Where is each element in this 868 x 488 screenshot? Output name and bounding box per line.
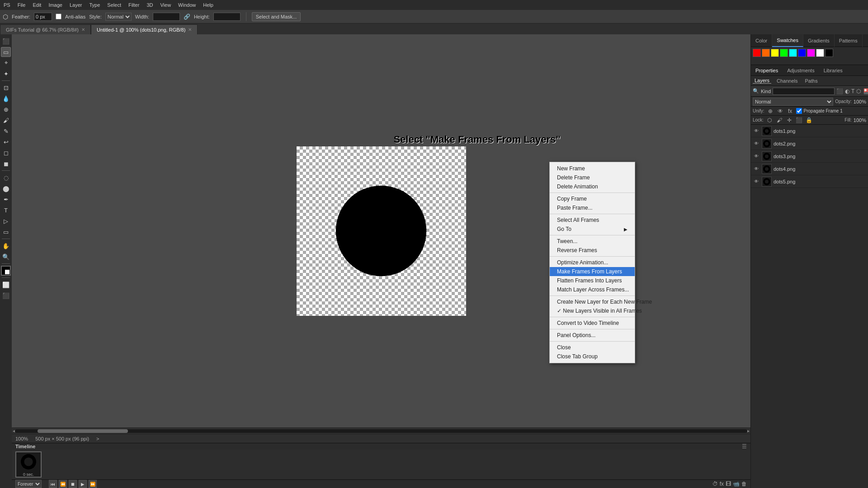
tab-untitled-close[interactable]: ✕ xyxy=(188,27,192,32)
status-separator[interactable]: > xyxy=(96,436,99,441)
tab-untitled[interactable]: Untitled-1 @ 100% (dots10.png, RGB/8) ✕ xyxy=(91,24,198,34)
menu-select[interactable]: Select xyxy=(107,2,121,8)
play-btn[interactable]: ▶ xyxy=(79,480,87,488)
menu-image[interactable]: Image xyxy=(48,2,62,8)
tool-magic-wand[interactable]: ✦ xyxy=(1,69,11,79)
tab-gifs-close[interactable]: ✕ xyxy=(81,27,85,32)
frame-1-thumb[interactable]: 0 sec. xyxy=(15,451,42,478)
layer-dots2[interactable]: 👁 dots2.png xyxy=(751,137,868,150)
opacity-value[interactable]: 100% xyxy=(854,99,866,104)
ctx-paste-frame[interactable]: Paste Frame... xyxy=(550,203,635,212)
h-scroll-track[interactable] xyxy=(15,429,747,433)
layers-filter-input[interactable] xyxy=(773,88,835,95)
tool-eraser[interactable]: ◻ xyxy=(1,148,11,158)
tool-move[interactable]: ⬛ xyxy=(1,36,11,46)
ctx-new-layers-visible[interactable]: ✓ New Layers Visible in All Frames xyxy=(550,306,635,315)
ctx-match-layer[interactable]: Match Layer Across Frames... xyxy=(550,285,635,294)
layers-tab-layers[interactable]: Layers xyxy=(753,78,771,84)
menu-ps[interactable]: PS xyxy=(4,2,10,8)
lock-image-btn[interactable]: 🖌 xyxy=(775,116,783,124)
swatch-black[interactable] xyxy=(825,49,833,57)
layers-filter-adjustment[interactable]: ◐ xyxy=(845,87,849,95)
tl-icon-5[interactable]: 🗑 xyxy=(741,481,747,487)
menu-filter[interactable]: Filter xyxy=(128,2,139,8)
layer-dots3[interactable]: 👁 dots3.png xyxy=(751,150,868,163)
ctx-convert-video[interactable]: Convert to Video Timeline xyxy=(550,319,635,328)
h-scrollbar[interactable]: ◂ ▸ xyxy=(12,427,750,434)
ctx-reverse-frames[interactable]: Reverse Frames xyxy=(550,246,635,255)
layer-vis-dots3[interactable]: 👁 xyxy=(753,153,760,160)
select-mask-button[interactable]: Select and Mask... xyxy=(252,12,301,21)
tab-color[interactable]: Color xyxy=(751,34,772,47)
height-input[interactable] xyxy=(213,13,241,21)
ctx-close-tab-group[interactable]: Close Tab Group xyxy=(550,352,635,361)
swatch-yellow[interactable] xyxy=(771,49,779,57)
tool-dodge[interactable]: ⬤ xyxy=(1,183,11,193)
swatch-white[interactable] xyxy=(816,49,824,57)
swatch-magenta[interactable] xyxy=(807,49,815,57)
tl-icon-3[interactable]: 🎞 xyxy=(726,481,731,487)
timeline-options-icon[interactable]: ☰ xyxy=(742,443,747,450)
tool-heal[interactable]: ⊕ xyxy=(1,104,11,114)
tool-path-selection[interactable]: ▷ xyxy=(1,216,11,226)
tool-clone-stamp[interactable]: ✎ xyxy=(1,126,11,136)
foreground-color[interactable] xyxy=(1,266,11,276)
ctx-delete-frame[interactable]: Delete Frame xyxy=(550,173,635,182)
layers-filter-smart[interactable]: 🎴 xyxy=(863,87,868,95)
propagate-checkbox[interactable] xyxy=(796,108,802,114)
scroll-right-btn[interactable]: ▸ xyxy=(747,428,750,433)
width-input[interactable] xyxy=(153,13,180,21)
ctx-flatten-frames[interactable]: Flatten Frames Into Layers xyxy=(550,276,635,285)
fill-value[interactable]: 100% xyxy=(854,117,866,123)
swatch-green[interactable] xyxy=(780,49,788,57)
tool-eyedropper[interactable]: 💧 xyxy=(1,94,11,103)
ctx-make-frames-from-layers[interactable]: Make Frames From Layers xyxy=(550,267,635,276)
blend-mode-select[interactable]: Normal Multiply Screen xyxy=(753,98,833,106)
tool-type[interactable]: T xyxy=(1,205,11,215)
tool-shape[interactable]: ▭ xyxy=(1,227,11,237)
unify-visibility-btn[interactable]: 👁 xyxy=(776,107,784,115)
ctx-select-all-frames[interactable]: Select All Frames xyxy=(550,216,635,225)
tool-zoom[interactable]: 🔍 xyxy=(1,252,11,262)
ctx-copy-frame[interactable]: Copy Frame xyxy=(550,194,635,203)
ctx-go-to[interactable]: Go To ▶ xyxy=(550,225,635,234)
tab-swatches[interactable]: Swatches xyxy=(772,34,803,47)
first-frame-btn[interactable]: ⏮ xyxy=(49,480,57,488)
swatch-cyan[interactable] xyxy=(789,49,797,57)
frame-delay-label[interactable]: 0 sec. xyxy=(23,472,34,477)
unify-position-btn[interactable]: ⊕ xyxy=(766,107,774,115)
layers-filter-pixel[interactable]: ⬛ xyxy=(836,87,843,95)
tl-icon-2[interactable]: fx xyxy=(720,481,724,487)
ctx-new-frame[interactable]: New Frame xyxy=(550,164,635,173)
tl-icon-1[interactable]: ⏱ xyxy=(712,481,718,487)
layer-dots1[interactable]: 👁 dots1.png xyxy=(751,125,868,137)
tool-marquee[interactable]: ▭ xyxy=(1,47,11,57)
tl-icon-4[interactable]: 📹 xyxy=(733,481,740,487)
layer-dots5[interactable]: 👁 dots5.png xyxy=(751,175,868,188)
lock-artboard-btn[interactable]: ⬛ xyxy=(795,116,803,124)
layers-tab-channels[interactable]: Channels xyxy=(775,78,799,84)
lock-transparent-btn[interactable]: ⬡ xyxy=(765,116,774,124)
ctx-create-new-layer[interactable]: Create New Layer for Each New Frame xyxy=(550,297,635,306)
menu-edit[interactable]: Edit xyxy=(33,2,41,8)
tool-pen[interactable]: ✒ xyxy=(1,194,11,204)
unify-style-btn[interactable]: fx xyxy=(786,107,794,115)
menu-layer[interactable]: Layer xyxy=(70,2,82,8)
tool-fullscreen[interactable]: ⬛ xyxy=(1,291,11,300)
swatch-blue[interactable] xyxy=(798,49,806,57)
tool-blur[interactable]: ◌ xyxy=(1,173,11,183)
subtab-adjustments[interactable]: Adjustments xyxy=(783,65,819,76)
layer-dots4[interactable]: 👁 dots4.png xyxy=(751,163,868,175)
tool-history-brush[interactable]: ↩ xyxy=(1,137,11,147)
menu-file[interactable]: File xyxy=(18,2,26,8)
lock-position-btn[interactable]: ✛ xyxy=(785,116,793,124)
canvas-container[interactable]: Select "Make Frames From Layers" xyxy=(12,34,750,427)
menu-view[interactable]: View xyxy=(160,2,171,8)
tool-crop[interactable]: ⊡ xyxy=(1,83,11,93)
menu-help[interactable]: Help xyxy=(203,2,213,8)
tool-hand[interactable]: ✋ xyxy=(1,241,11,251)
tab-gifs-tutorial[interactable]: GIFs Tutorial @ 66.7% (RGB/8#) ✕ xyxy=(0,24,91,34)
menu-window[interactable]: Window xyxy=(178,2,196,8)
tab-gradients[interactable]: Gradients xyxy=(803,34,835,47)
canvas-document[interactable] xyxy=(297,146,466,316)
